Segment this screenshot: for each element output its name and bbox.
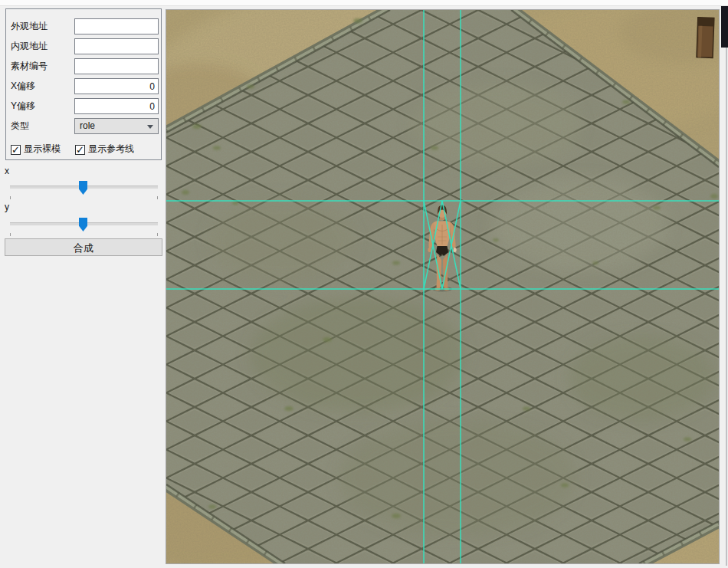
field-row-y-offset: Y偏移 <box>6 98 161 114</box>
x-slider-label: x <box>5 166 9 176</box>
checkbox-checked-icon: ✓ <box>75 145 85 155</box>
background-window-edge-line <box>726 48 727 566</box>
field-row-appearance-address: 外观地址 <box>6 18 161 34</box>
x-slider-tick-left <box>10 196 11 199</box>
window-top-strip <box>0 0 728 6</box>
settings-panel: 外观地址 内观地址 素材编号 X偏移 Y偏移 类型 role ✓显示裸模 ✓显示… <box>5 8 162 160</box>
background-window-edge <box>721 6 728 48</box>
y-slider-label: y <box>5 202 9 212</box>
y-offset-label: Y偏移 <box>11 98 35 114</box>
y-slider-tick-right <box>157 233 158 236</box>
scene-viewport[interactable] <box>166 10 719 563</box>
interior-address-label: 内观地址 <box>11 38 48 54</box>
material-id-label: 素材编号 <box>11 58 48 74</box>
checkbox-show-guides[interactable]: ✓显示参考线 <box>75 143 134 156</box>
type-label: 类型 <box>11 118 29 134</box>
x-offset-label: X偏移 <box>11 78 35 94</box>
scene-svg <box>166 10 719 563</box>
type-select-value: role <box>80 120 95 131</box>
field-row-x-offset: X偏移 <box>6 78 161 94</box>
appearance-address-label: 外观地址 <box>11 18 48 34</box>
field-row-interior-address: 内观地址 <box>6 38 161 54</box>
y-slider-tick-left <box>10 233 11 236</box>
interior-address-input[interactable] <box>74 38 159 54</box>
show-guides-label: 显示参考线 <box>88 143 134 154</box>
x-slider-tick-right <box>157 196 158 199</box>
x-slider-thumb[interactable] <box>79 181 87 195</box>
checkbox-checked-icon: ✓ <box>11 145 21 155</box>
type-select[interactable]: role <box>74 118 159 134</box>
wooden-post <box>697 18 714 58</box>
chevron-down-icon <box>147 125 153 129</box>
material-id-input[interactable] <box>74 58 159 74</box>
field-row-type: 类型 role <box>6 118 161 134</box>
appearance-address-input[interactable] <box>74 18 159 34</box>
y-offset-input[interactable] <box>74 98 159 114</box>
checkbox-show-model[interactable]: ✓显示裸模 <box>11 143 61 156</box>
show-model-label: 显示裸模 <box>24 143 61 154</box>
x-offset-input[interactable] <box>74 78 159 94</box>
y-slider-thumb[interactable] <box>79 218 87 231</box>
field-row-material-id: 素材编号 <box>6 58 161 74</box>
compose-button[interactable]: 合成 <box>5 238 162 256</box>
app-window: { "window": { "background": "#f0f0f0", "… <box>0 0 728 568</box>
